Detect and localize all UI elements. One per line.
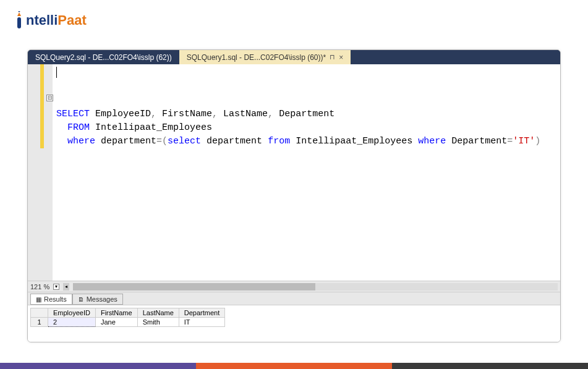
svg-point-0	[19, 11, 20, 12]
zoom-level: 121 %	[30, 283, 49, 291]
tab-label: SQLQuery2.sql - DE...C02FO4\isslp (62))	[35, 53, 172, 62]
rownum-header	[31, 308, 48, 318]
zoom-dropdown-icon[interactable]: ▾	[53, 284, 59, 290]
bar-orange	[196, 363, 392, 369]
footer-bars	[0, 363, 588, 369]
cell-employeeid[interactable]: 2	[48, 318, 96, 327]
pin-icon[interactable]: ⊓	[330, 53, 335, 61]
messages-icon: 🗎	[78, 296, 84, 303]
col-lastname[interactable]: LastName	[137, 308, 179, 318]
gutter	[28, 64, 40, 287]
text-cursor	[56, 67, 57, 78]
tab-sqlquery1[interactable]: SQLQuery1.sql - DE...C02FO4\isslp (60))*…	[179, 50, 351, 64]
rownum-cell: 1	[31, 318, 48, 327]
cell-department[interactable]: IT	[179, 318, 224, 327]
table-row[interactable]: 1 2 Jane Smith IT	[31, 318, 225, 327]
svg-rect-1	[17, 17, 21, 28]
bar-gray	[392, 363, 588, 369]
editor-window: SQLQuery2.sql - DE...C02FO4\isslp (62)) …	[27, 49, 561, 342]
cell-lastname[interactable]: Smith	[137, 318, 179, 327]
horizontal-scrollbar[interactable]	[73, 283, 558, 291]
collapse-toggle-icon[interactable]: ⊟	[46, 95, 53, 101]
results-grid: EmployeeID FirstName LastName Department…	[28, 305, 560, 342]
tab-results[interactable]: ▦ Results	[30, 294, 72, 305]
tab-label: SQLQuery1.sql - DE...C02FO4\isslp (60))*	[187, 53, 326, 62]
tabstrip: SQLQuery2.sql - DE...C02FO4\isslp (62)) …	[28, 50, 560, 64]
status-strip: 121 % ▾ ◂	[28, 281, 560, 292]
scrollbar-thumb[interactable]	[73, 283, 315, 291]
tab-label: Messages	[87, 295, 117, 303]
results-tabstrip: ▦ Results 🗎 Messages	[28, 292, 560, 305]
tab-messages[interactable]: 🗎 Messages	[72, 294, 123, 305]
cell-firstname[interactable]: Jane	[95, 318, 137, 327]
logo-icon	[14, 11, 25, 30]
scroll-left-icon[interactable]: ◂	[63, 283, 69, 291]
results-table: EmployeeID FirstName LastName Department…	[30, 308, 225, 327]
code-area[interactable]: SELECT EmployeeID, FirstName, LastName, …	[53, 64, 560, 287]
col-firstname[interactable]: FirstName	[95, 308, 137, 318]
close-icon[interactable]: ×	[339, 53, 343, 62]
grid-icon: ▦	[36, 296, 41, 303]
tab-sqlquery2[interactable]: SQLQuery2.sql - DE...C02FO4\isslp (62))	[28, 50, 179, 64]
tabstrip-fill	[351, 50, 560, 64]
bar-purple	[0, 363, 196, 369]
table-header-row: EmployeeID FirstName LastName Department	[31, 308, 225, 318]
logo-text: ntelliPaat	[26, 12, 87, 28]
editor-body: SELECT EmployeeID, FirstName, LastName, …	[28, 64, 560, 287]
col-department[interactable]: Department	[179, 308, 224, 318]
col-employeeid[interactable]: EmployeeID	[48, 308, 96, 318]
tab-label: Results	[44, 295, 67, 303]
logo: ntelliPaat	[14, 11, 87, 30]
